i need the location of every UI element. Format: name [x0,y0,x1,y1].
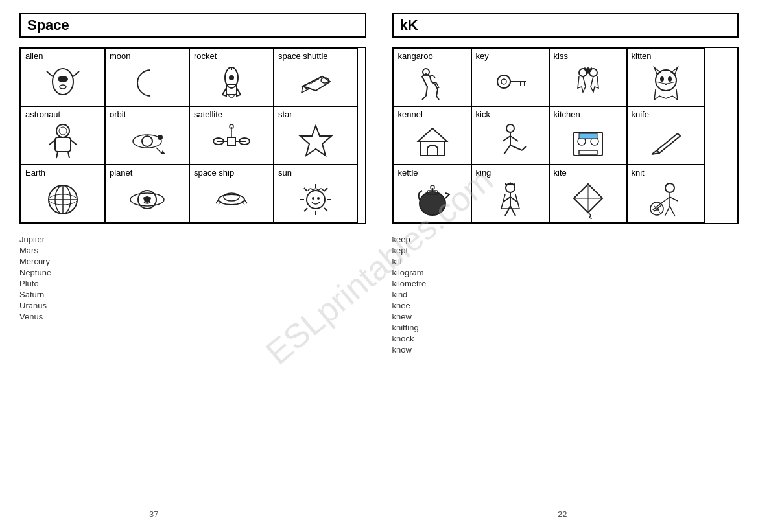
word-item-keep: keep [392,235,739,244]
left-title: Space [19,13,366,38]
svg-line-45 [216,200,219,203]
grid-cell-king: king [471,165,549,223]
space-shuttle-icon-area [278,62,353,103]
word-rocket: rocket [194,51,217,61]
grid-cell-kangaroo: kangaroo [394,48,471,106]
grid-cell-alien: alien [21,48,105,106]
grid-cell-astronaut: astronaut [21,106,105,165]
svg-line-85 [510,145,522,150]
word-kettle: kettle [398,168,418,178]
word-space-shuttle: space shuttle [278,51,328,61]
svg-line-102 [510,206,515,216]
left-page-number: 37 [149,509,158,519]
svg-line-16 [71,140,77,145]
word-item-mercury: Mercury [19,257,366,266]
word-item-venus: Venus [19,312,366,321]
word-planet: planet [110,168,132,178]
right-vocab-grid: kangaroo key [392,47,739,224]
svg-line-56 [304,208,307,211]
svg-rect-91 [579,133,597,139]
right-grid-row-2: kennel kick [394,106,738,165]
left-vocab-grid: alien moon [19,47,366,224]
right-grid-row-3: kettle king [394,165,738,223]
left-grid-row-2: astronaut orbit [21,106,365,165]
knit-icon-area [632,179,700,220]
svg-point-63 [497,75,510,88]
earth-icon-area [25,179,101,220]
word-moon: moon [110,51,131,61]
svg-line-18 [68,152,69,158]
rocket-icon [212,64,251,102]
alien-icon-area [25,62,101,103]
svg-point-22 [158,135,163,140]
svg-point-73 [660,76,664,82]
rocket-icon-area [194,62,269,103]
grid-cell-kitten: kitten [627,48,705,106]
word-item-kind: kind [392,290,739,299]
word-satellite: satellite [194,110,222,119]
kangaroo-icon [413,64,452,102]
right-title: kK [392,13,739,38]
kiss-icon-area [554,62,622,103]
word-item-mars: Mars [19,246,366,255]
svg-rect-90 [579,150,597,154]
svg-marker-7 [222,88,226,96]
grid-cell-knife: knife [627,106,705,165]
grid-cell-kettle: kettle [394,165,471,223]
word-item-kill: kill [392,257,739,266]
left-word-list: Jupiter Mars Mercury Neptune Pluto Satur… [19,235,366,321]
grid-cell-rocket: rocket [189,48,274,106]
svg-line-83 [510,136,518,141]
space-ship-icon [212,180,251,219]
grid-cell-moon: moon [105,48,189,106]
sun-icon [296,180,335,219]
word-king: king [476,168,492,178]
king-icon-area [476,179,545,220]
svg-line-101 [505,206,510,216]
kennel-icon-area [398,121,467,161]
svg-point-58 [312,197,314,200]
word-kite: kite [554,168,567,178]
svg-point-13 [56,124,69,137]
grid-cell-kite: kite [549,165,627,223]
star-icon-area [278,121,353,161]
word-item-saturn: Saturn [19,290,366,299]
svg-marker-78 [418,128,447,141]
word-kangaroo: kangaroo [398,51,433,61]
svg-line-106 [670,197,678,201]
svg-line-82 [503,136,510,141]
word-orbit: orbit [110,110,126,119]
word-alien: alien [25,51,43,61]
grid-cell-space-ship: space ship [189,165,274,223]
svg-line-55 [324,188,327,191]
word-earth: Earth [25,168,45,178]
svg-line-2 [47,71,53,76]
svg-point-105 [665,183,674,192]
alien-icon [43,64,82,102]
svg-line-92 [657,150,659,153]
word-item-knitting: knitting [392,323,739,332]
svg-point-41 [143,197,146,200]
knife-icon [646,122,685,161]
planet-icon-area [110,179,185,220]
key-icon [491,64,530,102]
satellite-icon [212,122,251,161]
svg-point-20 [142,136,152,146]
svg-line-62 [436,96,439,100]
svg-point-74 [668,76,672,82]
word-knit: knit [632,168,645,178]
svg-marker-32 [300,126,331,156]
svg-line-86 [522,146,526,150]
word-space-ship: space ship [194,168,234,178]
word-star: star [278,110,292,119]
grid-cell-knit: knit [627,165,705,223]
svg-marker-72 [671,67,678,74]
word-kennel: kennel [398,110,423,119]
key-icon-area [476,62,545,103]
right-panel: kK kangaroo [392,13,739,519]
svg-marker-75 [665,83,667,85]
svg-line-23 [156,148,161,153]
word-kitten: kitten [632,51,652,61]
planet-icon [128,180,167,219]
grid-cell-kennel: kennel [394,106,471,165]
